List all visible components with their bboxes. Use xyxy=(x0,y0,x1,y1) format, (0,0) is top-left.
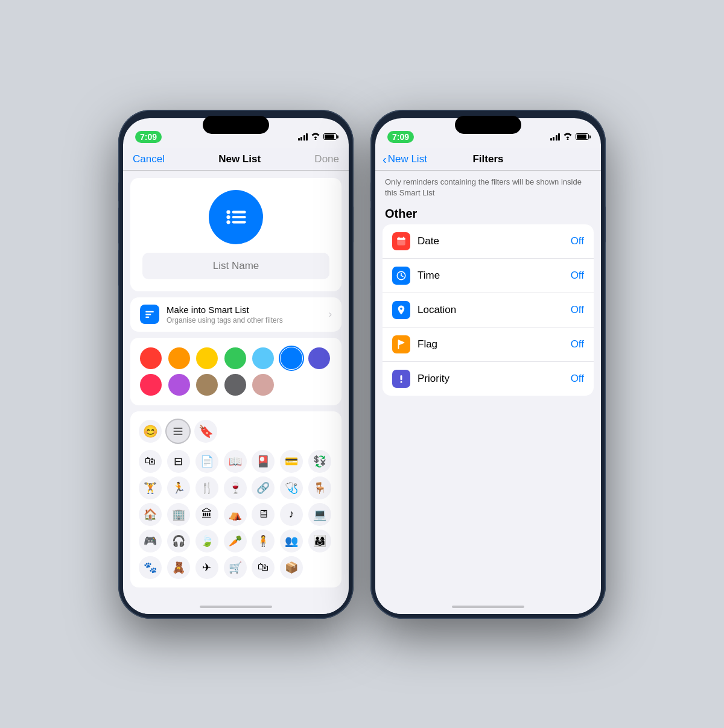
smart-list-text: Make into Smart List Organise using tags… xyxy=(167,305,322,324)
smart-list-row[interactable]: Make into Smart List Organise using tags… xyxy=(130,297,341,332)
icon-lines[interactable]: ⊟ xyxy=(167,450,190,473)
icon-leaf[interactable]: 🍃 xyxy=(195,530,218,552)
list-icon[interactable] xyxy=(209,190,263,244)
icon-grid: 🛍 ⊟ 📄 📖 🎴 💳 💱 🏋 🏃 🍴 🍷 🔗 🩺 🪑 xyxy=(139,450,333,579)
color-blue[interactable] xyxy=(281,347,302,369)
icon-laptop[interactable]: 💻 xyxy=(308,503,331,526)
svg-rect-14 xyxy=(399,236,400,238)
done-button[interactable]: Done xyxy=(314,153,339,165)
list-name-input[interactable] xyxy=(142,253,329,279)
icon-tab-list[interactable] xyxy=(167,420,189,443)
back-button[interactable]: ‹ New List xyxy=(383,153,427,165)
icon-doc[interactable]: 📄 xyxy=(195,450,218,473)
icon-book[interactable]: 📖 xyxy=(224,450,247,473)
icon-link[interactable]: 🔗 xyxy=(252,476,275,499)
icon-home[interactable]: 🏠 xyxy=(139,503,162,526)
icon-cart[interactable]: 🛒 xyxy=(224,556,247,579)
color-green[interactable] xyxy=(224,347,246,369)
icon-plane[interactable]: ✈ xyxy=(195,556,218,579)
icon-picker: 😊 🔖 🛍 ⊟ 📄 📖 🎴 💳 💱 🏋 xyxy=(130,411,341,587)
svg-line-18 xyxy=(401,276,403,277)
wifi-icon xyxy=(311,132,320,142)
priority-filter-icon xyxy=(392,370,410,388)
color-purple[interactable] xyxy=(308,347,330,369)
filter-time-row[interactable]: Time Off xyxy=(383,259,594,293)
icon-gym[interactable]: 🏋 xyxy=(139,476,162,499)
color-brown[interactable] xyxy=(196,374,218,396)
icon-bag[interactable]: 🛍 xyxy=(139,450,162,473)
filters-list: Date Off Time Off xyxy=(383,224,594,396)
icon-building[interactable]: 🏢 xyxy=(167,503,190,526)
icon-tab-emoji[interactable]: 😊 xyxy=(139,420,162,443)
icon-chair[interactable]: 🪑 xyxy=(308,476,331,499)
icon-card2[interactable]: 💳 xyxy=(280,450,303,473)
icon-medical[interactable]: 🩺 xyxy=(280,476,303,499)
filter-date-row[interactable]: Date Off xyxy=(383,224,594,259)
svg-rect-3 xyxy=(232,215,246,218)
filter-priority-row[interactable]: Priority Off xyxy=(383,362,594,396)
location-filter-icon xyxy=(392,301,410,319)
icon-museum[interactable]: 🏛 xyxy=(195,503,218,526)
battery-icon-right xyxy=(576,133,589,140)
icon-person[interactable]: 🧍 xyxy=(252,530,275,552)
icon-monitor[interactable]: 🖥 xyxy=(252,503,275,526)
filters-screen: ‹ New List Filters Only reminders contai… xyxy=(375,148,601,614)
color-light-blue[interactable] xyxy=(252,347,274,369)
icon-carrot[interactable]: 🥕 xyxy=(224,530,247,552)
color-yellow[interactable] xyxy=(196,347,218,369)
clock-icon xyxy=(396,270,407,281)
icon-tab-bookmark[interactable]: 🔖 xyxy=(194,420,217,443)
color-gray[interactable] xyxy=(224,374,246,396)
battery-icon xyxy=(323,133,337,140)
svg-rect-19 xyxy=(401,375,402,380)
priority-filter-name: Priority xyxy=(418,373,564,385)
smart-list-icon xyxy=(140,305,159,324)
icon-tabs: 😊 🔖 xyxy=(139,420,333,443)
flag-filter-name: Flag xyxy=(418,338,564,350)
back-label: New List xyxy=(388,153,427,165)
svg-rect-7 xyxy=(145,314,151,315)
color-orange[interactable] xyxy=(168,347,190,369)
svg-rect-8 xyxy=(145,317,149,318)
color-rose[interactable] xyxy=(252,374,274,396)
nav-title: New List xyxy=(218,153,261,165)
icon-music[interactable]: ♪ xyxy=(280,503,303,526)
icon-people[interactable]: 👥 xyxy=(280,530,303,552)
icon-fork[interactable]: 🍴 xyxy=(195,476,218,499)
icon-family[interactable]: 👨‍👩‍👧 xyxy=(308,530,331,552)
icon-tent[interactable]: ⛺ xyxy=(224,503,247,526)
time-filter-value: Off xyxy=(571,270,584,282)
icon-card1[interactable]: 🎴 xyxy=(252,450,275,473)
color-grid xyxy=(140,347,332,396)
color-picker xyxy=(130,338,341,405)
icon-bear[interactable]: 🧸 xyxy=(167,556,190,579)
location-filter-name: Location xyxy=(418,304,564,316)
flag-icon xyxy=(396,339,407,350)
icon-run[interactable]: 🏃 xyxy=(167,476,190,499)
icon-box[interactable]: 📦 xyxy=(280,556,303,579)
filters-nav: ‹ New List Filters xyxy=(375,148,601,171)
svg-rect-9 xyxy=(174,428,183,429)
svg-rect-1 xyxy=(232,210,246,213)
color-medium-purple[interactable] xyxy=(168,374,190,396)
filter-flag-row[interactable]: Flag Off xyxy=(383,328,594,362)
icon-exchange[interactable]: 💱 xyxy=(308,450,331,473)
icon-headphones[interactable]: 🎧 xyxy=(167,530,190,552)
date-filter-icon xyxy=(392,232,410,250)
smart-list-title: Make into Smart List xyxy=(167,305,322,315)
icon-paw[interactable]: 🐾 xyxy=(139,556,162,579)
svg-point-0 xyxy=(226,210,230,214)
color-red[interactable] xyxy=(140,347,162,369)
svg-point-20 xyxy=(401,381,402,383)
list-svg-icon xyxy=(221,202,251,232)
date-filter-value: Off xyxy=(571,235,584,247)
back-chevron-icon: ‹ xyxy=(383,153,387,165)
flag-filter-value: Off xyxy=(571,338,584,350)
color-pink[interactable] xyxy=(140,374,162,396)
filter-location-row[interactable]: Location Off xyxy=(383,293,594,328)
cancel-button[interactable]: Cancel xyxy=(133,153,165,165)
icon-shopping[interactable]: 🛍 xyxy=(252,556,275,579)
icon-gamepad[interactable]: 🎮 xyxy=(139,530,162,552)
dynamic-island-right xyxy=(455,116,521,134)
icon-wine[interactable]: 🍷 xyxy=(224,476,247,499)
